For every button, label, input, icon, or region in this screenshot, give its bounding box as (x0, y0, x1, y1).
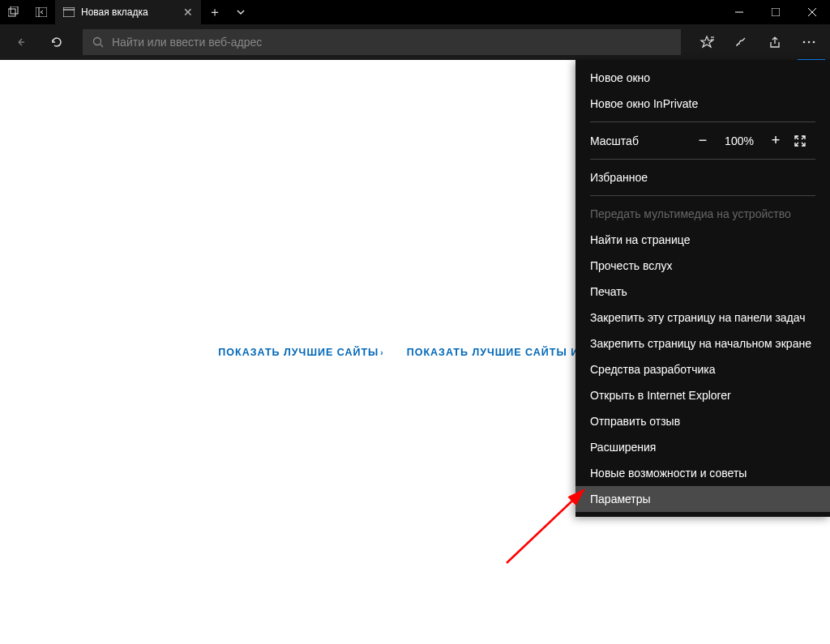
search-icon (92, 36, 104, 48)
menu-find[interactable]: Найти на странице (575, 227, 830, 253)
svg-rect-0 (8, 9, 15, 16)
fullscreen-icon[interactable] (794, 135, 815, 147)
set-aside-icon[interactable] (28, 0, 55, 24)
svg-line-11 (101, 45, 104, 48)
menu-favorites[interactable]: Избранное (575, 164, 830, 190)
close-button[interactable] (794, 0, 830, 24)
menu-pin-taskbar[interactable]: Закрепить эту страницу на панели задач (575, 305, 830, 331)
zoom-label: Масштаб (590, 134, 684, 147)
menu-print[interactable]: Печать (575, 279, 830, 305)
svg-point-15 (808, 41, 811, 44)
toolbar: Найти или ввести веб-адрес (0, 24, 830, 60)
more-button[interactable] (793, 26, 825, 58)
minimize-button[interactable] (721, 0, 757, 24)
svg-point-14 (803, 41, 806, 44)
link1-text: ПОКАЗАТЬ ЛУЧШИЕ САЙТЫ (218, 347, 379, 358)
menu-open-ie[interactable]: Открыть в Internet Explorer (575, 382, 830, 408)
new-tab-button[interactable]: ＋ (201, 0, 229, 24)
menu-extensions[interactable]: Расширения (575, 434, 830, 460)
tab-icon (63, 7, 75, 17)
refresh-button[interactable] (41, 26, 73, 58)
svg-rect-7 (772, 8, 780, 16)
menu-zoom: Масштаб − 100% + (575, 127, 830, 154)
zoom-value: 100% (721, 134, 757, 147)
tab-preview-icon[interactable] (0, 0, 28, 24)
tab-close-icon[interactable]: ✕ (183, 6, 193, 19)
menu-cast: Передать мультимедиа на устройство (575, 201, 830, 227)
menu-feedback[interactable]: Отправить отзыв (575, 408, 830, 434)
window-controls (721, 0, 830, 24)
zoom-out-button[interactable]: − (692, 132, 713, 149)
toolbar-right (691, 26, 825, 58)
menu-separator (590, 159, 815, 160)
chevron-right-icon: › (380, 348, 383, 357)
menu-pin-start[interactable]: Закрепить страницу на начальном экране (575, 331, 830, 356)
share-icon[interactable] (759, 26, 791, 58)
show-top-sites-link[interactable]: ПОКАЗАТЬ ЛУЧШИЕ САЙТЫ› (218, 347, 383, 358)
maximize-button[interactable] (757, 0, 794, 24)
menu-read-aloud[interactable]: Прочесть вслух (575, 253, 830, 279)
menu-dev-tools[interactable]: Средства разработчика (575, 356, 830, 382)
titlebar-left: Новая вкладка ✕ ＋ (0, 0, 253, 24)
titlebar: Новая вкладка ✕ ＋ (0, 0, 830, 24)
svg-rect-2 (36, 7, 47, 17)
address-placeholder: Найти или ввести веб-адрес (112, 36, 262, 49)
tab-title: Новая вкладка (81, 6, 177, 18)
start-links: ПОКАЗАТЬ ЛУЧШИЕ САЙТЫ› ПОКАЗАТЬ ЛУЧШИЕ С… (218, 347, 611, 358)
notes-icon[interactable] (725, 26, 757, 58)
tabs-chevron-icon[interactable] (229, 0, 253, 24)
svg-rect-1 (11, 6, 18, 14)
menu-settings[interactable]: Параметры (575, 486, 830, 512)
svg-point-16 (813, 41, 815, 44)
address-bar[interactable]: Найти или ввести веб-адрес (83, 29, 681, 55)
more-menu: Новое окно Новое окно InPrivate Масштаб … (575, 60, 830, 517)
zoom-in-button[interactable]: + (765, 132, 786, 149)
svg-rect-4 (63, 7, 75, 17)
menu-new-window[interactable]: Новое окно (575, 65, 830, 91)
back-button[interactable] (5, 26, 37, 58)
favorite-icon[interactable] (691, 26, 723, 58)
menu-whats-new[interactable]: Новые возможности и советы (575, 460, 830, 486)
menu-separator (590, 122, 815, 122)
browser-tab[interactable]: Новая вкладка ✕ (55, 0, 201, 24)
menu-separator (590, 195, 815, 196)
svg-point-10 (94, 38, 101, 45)
menu-inprivate[interactable]: Новое окно InPrivate (575, 91, 830, 117)
